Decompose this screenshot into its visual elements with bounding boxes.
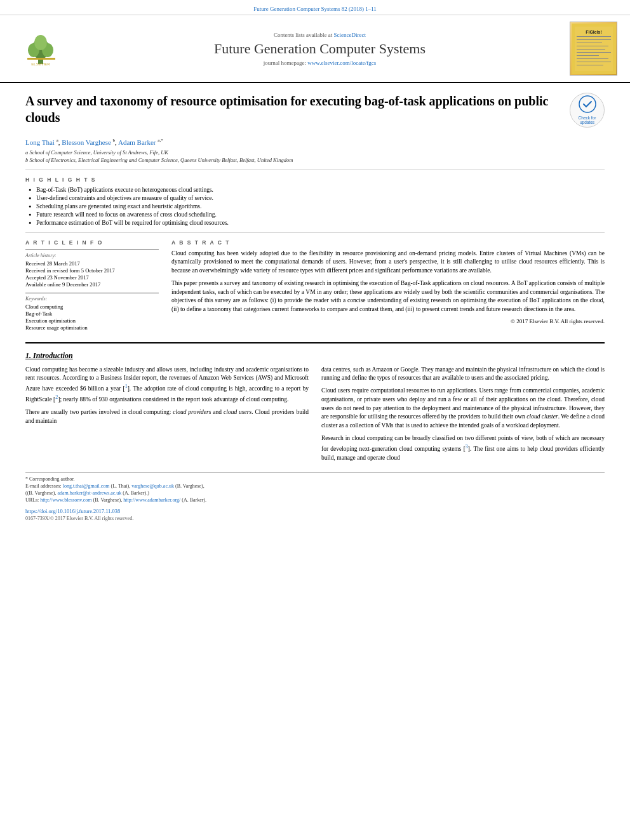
doi-section: https://doi.org/10.1016/j.future.2017.11… bbox=[25, 508, 605, 521]
revised-date: Received in revised form 5 October 2017 bbox=[25, 267, 159, 274]
svg-rect-16 bbox=[577, 55, 599, 56]
highlight-item-2: User-defined constraints and objectives … bbox=[29, 195, 605, 201]
author-long-thai[interactable]: Long Thai bbox=[25, 138, 55, 146]
highlight-item-5: Performance estimation of BoT will be re… bbox=[29, 220, 605, 226]
svg-rect-17 bbox=[577, 58, 608, 59]
abstract-label: A B S T R A C T bbox=[171, 239, 605, 246]
affil-sup-a2: a,* bbox=[158, 138, 163, 143]
ref-2[interactable]: 2 bbox=[55, 394, 58, 400]
science-direct-link[interactable]: ScienceDirect bbox=[334, 32, 366, 38]
keywords-list: Cloud computing Bag-of-Task Execution op… bbox=[25, 303, 159, 331]
check-icon bbox=[579, 95, 596, 113]
svg-point-4 bbox=[34, 35, 47, 50]
svg-rect-10 bbox=[577, 36, 611, 37]
intro-p4: Cloud users require computational resour… bbox=[321, 387, 605, 430]
article-info-label: A R T I C L E I N F O bbox=[25, 239, 159, 246]
available-date: Available online 9 December 2017 bbox=[25, 281, 159, 288]
svg-rect-14 bbox=[577, 49, 605, 50]
issn-line: 0167-739X/© 2017 Elsevier B.V. All right… bbox=[25, 516, 605, 521]
footnote-star: * Corresponding author. bbox=[25, 476, 605, 482]
keywords-section: Keywords: Cloud computing Bag-of-Task Ex… bbox=[25, 293, 159, 331]
author-blesson[interactable]: Blesson Varghese bbox=[62, 138, 111, 146]
doi-link[interactable]: https://doi.org/10.1016/j.future.2017.11… bbox=[25, 508, 120, 514]
journal-name-top: Future Generation Computer Systems 82 (2… bbox=[253, 6, 377, 12]
intro-col-right: data centres, such as Amazon or Google. … bbox=[321, 366, 605, 467]
intro-p5: Research in cloud computing can be broad… bbox=[321, 434, 605, 462]
elsevier-logo: ELSEVIER bbox=[13, 31, 70, 66]
svg-rect-5 bbox=[27, 58, 55, 60]
svg-rect-15 bbox=[577, 52, 611, 53]
svg-rect-11 bbox=[577, 39, 611, 40]
url-adam[interactable]: http://www.adambarker.org/ bbox=[123, 497, 180, 503]
article-info-col: A R T I C L E I N F O Article history: R… bbox=[25, 239, 159, 336]
footnote-adam-email: ((B. Varghese), adam.barker@st-andrews.a… bbox=[25, 490, 605, 496]
keyword-2: Bag-of-Task bbox=[25, 310, 159, 317]
highlight-item-1: Bag-of-Task (BoT) applications execute o… bbox=[29, 187, 605, 193]
homepage-line: journal homepage: www.elsevier.com/locat… bbox=[76, 60, 563, 66]
email-long[interactable]: long.t.thai@gmail.com bbox=[63, 483, 110, 489]
highlight-item-4: Future research will need to focus on aw… bbox=[29, 211, 605, 218]
journal-header: Future Generation Computer Systems 82 (2… bbox=[0, 0, 630, 15]
section-heading-intro: 1. Introduction bbox=[25, 351, 605, 361]
intro-p3: data centres, such as Amazon or Google. … bbox=[321, 366, 605, 383]
highlights-label: H I G H L I G H T S bbox=[25, 177, 605, 183]
divider-1 bbox=[25, 170, 605, 170]
divider-thick bbox=[25, 342, 605, 343]
contents-line: Contents lists available at ScienceDirec… bbox=[76, 32, 563, 38]
header-section: ELSEVIER Contents lists available at Sci… bbox=[0, 15, 630, 83]
homepage-link[interactable]: www.elsevier.com/locate/fgcs bbox=[307, 60, 376, 66]
header-center: Contents lists available at ScienceDirec… bbox=[70, 32, 570, 66]
url-blesson[interactable]: http://www.blessonv.com bbox=[40, 497, 91, 503]
intro-cols: Cloud computing has become a sizeable in… bbox=[25, 366, 605, 467]
svg-rect-19 bbox=[577, 65, 603, 65]
footnotes: * Corresponding author. E-mail addresses… bbox=[25, 472, 605, 503]
svg-point-20 bbox=[579, 96, 596, 112]
author-adam[interactable]: Adam Barker bbox=[118, 138, 156, 146]
copyright-line: © 2017 Elsevier B.V. All rights reserved… bbox=[171, 318, 605, 324]
article-title: A survey and taxonomy of resource optimi… bbox=[25, 93, 560, 126]
keywords-label: Keywords: bbox=[25, 296, 159, 302]
received-date: Received 28 March 2017 bbox=[25, 260, 159, 267]
email-blesson[interactable]: varghese@qub.ac.uk bbox=[131, 483, 174, 489]
intro-col-left: Cloud computing has become a sizeable in… bbox=[25, 366, 309, 467]
two-col-section: A R T I C L E I N F O Article history: R… bbox=[25, 239, 605, 336]
affil-sup-a1: a bbox=[57, 138, 58, 143]
article-history: Article history: Received 28 March 2017 … bbox=[25, 250, 159, 288]
check-badge: Check forupdates bbox=[570, 93, 605, 128]
ref-3[interactable]: 3 bbox=[466, 444, 468, 450]
authors-line: Long Thai a, Blesson Varghese b, Adam Ba… bbox=[25, 138, 605, 146]
svg-rect-13 bbox=[577, 46, 608, 46]
abstract-para-2: This paper presents a survey and taxonom… bbox=[171, 279, 605, 314]
affiliation-a: a School of Computer Science, University… bbox=[25, 149, 605, 156]
elsevier-tree-icon: ELSEVIER bbox=[22, 31, 60, 66]
journal-cover: FIGIcIs! bbox=[570, 22, 617, 76]
abstract-text: Cloud computing has been widely adopted … bbox=[171, 250, 605, 314]
keyword-1: Cloud computing bbox=[25, 303, 159, 310]
history-label: Article history: bbox=[25, 253, 159, 258]
journal-title-main: Future Generation Computer Systems bbox=[76, 41, 563, 57]
divider-2 bbox=[25, 232, 605, 233]
footnote-urls: URLs: http://www.blessonv.com (B. Varghe… bbox=[25, 497, 605, 503]
email-adam[interactable]: adam.barker@st-andrews.ac.uk bbox=[57, 490, 121, 496]
svg-text:ELSEVIER: ELSEVIER bbox=[31, 62, 50, 66]
intro-p1: Cloud computing has become a sizeable in… bbox=[25, 366, 309, 404]
abstract-section: Cloud computing has been widely adopted … bbox=[171, 250, 605, 324]
intro-p2: There are usually two parties involved i… bbox=[25, 408, 309, 426]
main-content: A survey and taxonomy of resource optimi… bbox=[0, 83, 630, 531]
ref-1[interactable]: 1 bbox=[125, 383, 128, 389]
affiliation-b: b School of Electronics, Electrical Engi… bbox=[25, 157, 605, 163]
highlights-list: Bag-of-Task (BoT) applications execute o… bbox=[25, 187, 605, 226]
keyword-3: Execution optimisation bbox=[25, 317, 159, 324]
article-title-section: A survey and taxonomy of resource optimi… bbox=[25, 93, 605, 133]
svg-rect-12 bbox=[577, 43, 602, 43]
svg-text:FIGIcIs!: FIGIcIs! bbox=[586, 30, 602, 34]
svg-rect-18 bbox=[577, 62, 611, 62]
affil-sup-b: b bbox=[113, 138, 116, 143]
highlight-item-3: Scheduling plans are generated using exa… bbox=[29, 203, 605, 210]
abstract-para-1: Cloud computing has been widely adopted … bbox=[171, 250, 605, 276]
keyword-4: Resource usage optimisation bbox=[25, 324, 159, 331]
page: Future Generation Computer Systems 82 (2… bbox=[0, 0, 630, 531]
accepted-date: Accepted 23 November 2017 bbox=[25, 274, 159, 281]
footnote-emails: E-mail addresses: long.t.thai@gmail.com … bbox=[25, 483, 605, 489]
cover-image: FIGIcIs! bbox=[572, 23, 616, 74]
